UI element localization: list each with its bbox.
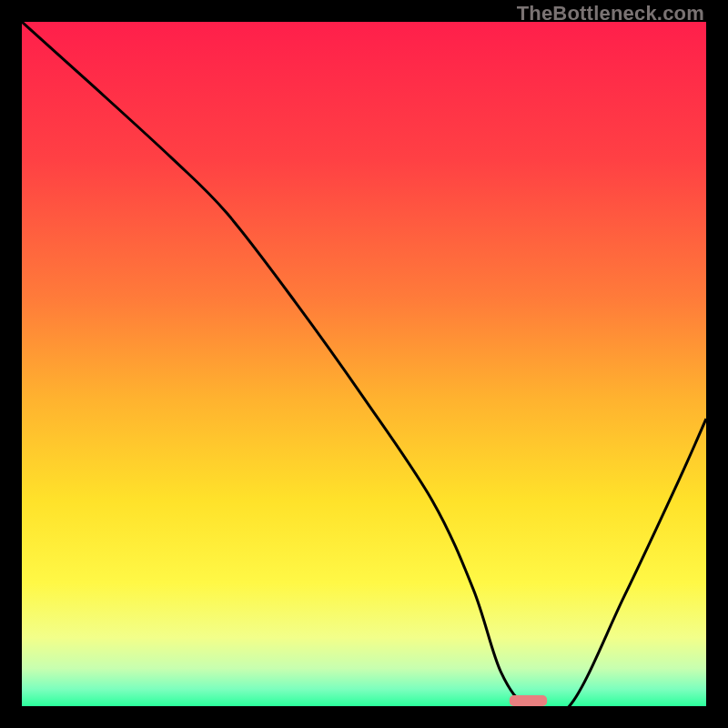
optimal-marker bbox=[510, 695, 547, 706]
chart-background bbox=[22, 22, 706, 706]
chart-frame bbox=[22, 22, 706, 706]
chart-svg bbox=[22, 22, 706, 706]
